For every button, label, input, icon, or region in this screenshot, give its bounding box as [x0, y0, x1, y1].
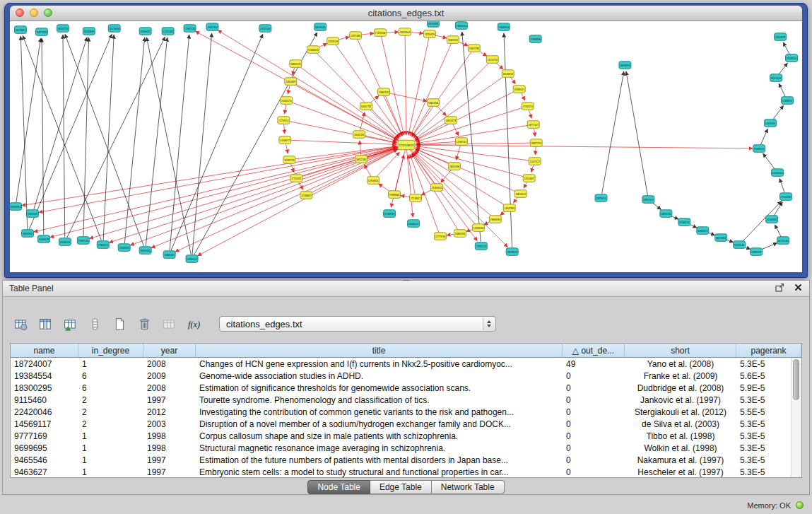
graph-node[interactable]: 18274105	[770, 74, 782, 82]
graph-node[interactable]: 12814567	[285, 78, 297, 86]
graph-node[interactable]: 12754912	[278, 117, 290, 124]
graph-node[interactable]: 12210730	[486, 56, 498, 64]
graph-node[interactable]: 15184545	[384, 210, 396, 218]
graph-node[interactable]: 16771245	[777, 237, 789, 245]
combo-stepper-icon[interactable]	[483, 317, 495, 330]
graph-node[interactable]: 19245120	[734, 241, 746, 249]
graph-node[interactable]: 10587201	[163, 251, 175, 259]
graph-node[interactable]: 18204098	[448, 163, 460, 170]
graph-node[interactable]: 18527310	[530, 139, 542, 147]
graph-node[interactable]: 17240843	[398, 140, 415, 150]
tab-node-table[interactable]: Node Table	[307, 480, 370, 494]
import-table-icon[interactable]	[61, 315, 79, 332]
graph-node[interactable]: 26260050	[10, 203, 21, 211]
graph-node[interactable]: 12254439	[423, 30, 435, 38]
graph-node[interactable]: 17284203	[307, 46, 319, 54]
table-row[interactable]: 911546021997Tourette syndrome. Phenomeno…	[11, 394, 801, 406]
graph-node[interactable]: 18301752	[360, 103, 372, 110]
graph-node[interactable]: 17890123	[97, 241, 109, 249]
graph-node[interactable]: 12845204	[498, 23, 510, 31]
function-builder-icon[interactable]: f(x)	[184, 315, 203, 332]
graph-node[interactable]: 17723451	[290, 175, 302, 182]
graph-node[interactable]: 12916503	[367, 177, 379, 184]
graph-node[interactable]: 10871205	[35, 28, 47, 36]
graph-node[interactable]: 11015406	[162, 28, 174, 35]
graph-node[interactable]: 16510275	[445, 117, 457, 124]
graph-node[interactable]: 18090520	[21, 230, 33, 238]
graph-node[interactable]: 11542205	[118, 244, 130, 252]
column-header-out_de[interactable]: △ out_de...	[563, 344, 625, 357]
graph-node[interactable]: 12080102	[407, 220, 419, 228]
close-button[interactable]	[16, 8, 24, 17]
graph-node[interactable]: 16042354	[353, 131, 365, 139]
table-row[interactable]: 969969511998Structural magnetic resonanc…	[11, 442, 801, 454]
scrollbar-thumb[interactable]	[793, 359, 799, 400]
graph-node[interactable]: 15894493	[489, 216, 501, 223]
table-row[interactable]: 1938455462009Genome-wide association stu…	[11, 370, 801, 382]
graph-node[interactable]: 15820306	[427, 99, 439, 107]
graph-node[interactable]: 15065230	[678, 218, 690, 226]
graph-node[interactable]: 18184805	[83, 28, 95, 35]
graph-node[interactable]: 11253448	[375, 29, 387, 37]
network-svg[interactable]: 1724084316801234128145671425211012754912…	[10, 21, 802, 272]
graph-node[interactable]: 16234150	[139, 247, 151, 255]
column-header-name[interactable]: name	[11, 344, 78, 357]
graph-node[interactable]: 15485021	[513, 86, 525, 93]
graph-node[interactable]: 17025410	[786, 54, 798, 62]
graph-node[interactable]: 14252110	[281, 97, 293, 105]
graph-node[interactable]: 18130456	[427, 21, 439, 27]
graph-node[interactable]: 15306301	[139, 28, 151, 35]
column-header-year[interactable]: year	[143, 344, 196, 357]
graph-node[interactable]: 19245012	[506, 248, 518, 256]
column-header-title[interactable]: title	[196, 344, 563, 357]
create-table-icon[interactable]	[110, 315, 129, 332]
graph-node[interactable]: 16953210	[455, 22, 467, 30]
graph-node[interactable]: 14250412	[186, 255, 198, 263]
table-row[interactable]: 946362711997Embryonic stem cells: a mode…	[11, 466, 801, 477]
table-scrollbar[interactable]	[791, 358, 801, 477]
graph-node[interactable]: 19027404	[206, 23, 218, 31]
graph-node[interactable]: 19861542	[378, 88, 390, 96]
minimize-button[interactable]	[30, 8, 38, 17]
graph-node[interactable]: 17967330	[184, 25, 196, 33]
table-row[interactable]: 1456911722003Disruption of a novel membe…	[11, 418, 801, 430]
graph-node[interactable]: 16791910	[642, 196, 654, 204]
graph-node[interactable]: 12076458	[108, 25, 120, 33]
graph-node[interactable]: 14533774	[57, 25, 69, 33]
column-header-pagerank[interactable]: pagerank	[736, 344, 801, 357]
graph-node[interactable]: 14125405	[765, 119, 777, 127]
graph-node[interactable]: 17550124	[475, 243, 487, 250]
show-columns-icon[interactable]	[36, 315, 54, 332]
graph-node[interactable]: 12679010	[595, 194, 607, 202]
graph-node[interactable]: 11548108	[529, 35, 541, 43]
graph-node[interactable]: 12165120	[455, 138, 467, 146]
graph-node[interactable]: 17485313	[522, 103, 534, 110]
zoom-button[interactable]	[44, 8, 52, 17]
graph-node[interactable]: 12204807	[523, 175, 535, 182]
graph-node[interactable]: 12226108	[327, 37, 339, 45]
table-settings-icon[interactable]	[11, 315, 30, 332]
graph-node[interactable]: 15184510	[430, 184, 442, 192]
graph-node[interactable]: 10240510	[772, 169, 784, 177]
window-titlebar[interactable]: citations_edges.txt	[10, 6, 802, 21]
delete-table-icon[interactable]	[135, 315, 153, 332]
graph-node[interactable]: 10196717	[279, 136, 291, 144]
graph-node[interactable]: 19565683	[389, 191, 401, 199]
graph-node[interactable]: 18122460	[355, 156, 367, 163]
close-panel-icon[interactable]	[794, 282, 803, 295]
graph-node[interactable]: 16801234	[290, 60, 302, 68]
table-row[interactable]: 946554611997Estimation of the future num…	[11, 454, 801, 466]
graph-node[interactable]: 18367330	[283, 156, 295, 164]
table-row[interactable]: 2242004622012Investigating the contribut…	[11, 406, 801, 418]
graph-node[interactable]: 15914205	[775, 33, 787, 41]
merge-table-icon[interactable]	[160, 315, 178, 332]
graph-node[interactable]: 15905130	[77, 237, 89, 245]
graph-node[interactable]: 12455105	[37, 235, 49, 243]
column-header-in_degree[interactable]: in_degree	[78, 344, 143, 357]
float-panel-icon[interactable]	[775, 282, 785, 296]
graph-node[interactable]: 11450241	[782, 97, 794, 105]
graph-node[interactable]: 12450132	[751, 248, 763, 256]
column-header-short[interactable]: short	[625, 344, 736, 357]
graph-node[interactable]: 17118412	[409, 194, 421, 202]
graph-node[interactable]: 16648794	[619, 62, 631, 69]
